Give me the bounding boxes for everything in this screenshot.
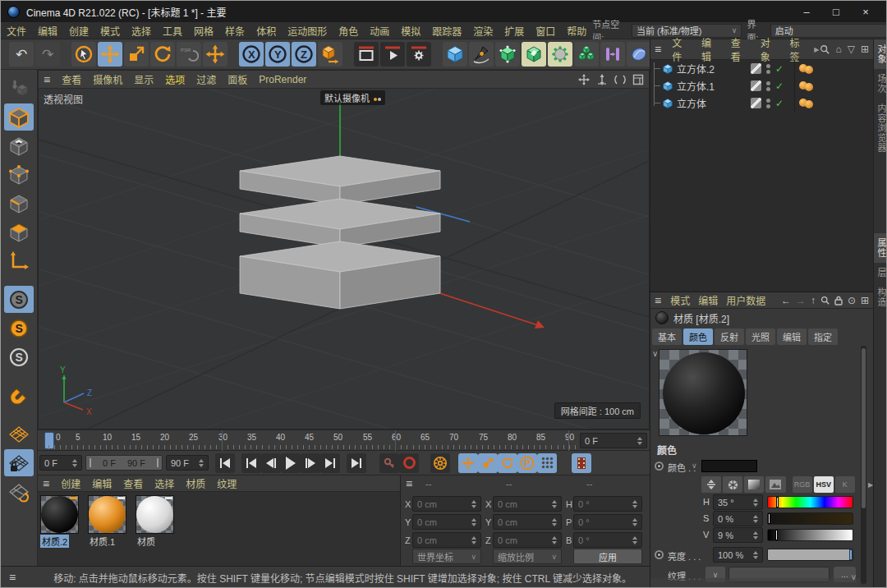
material-item[interactable]: 材质.1 xyxy=(88,495,129,548)
object-menu-item[interactable]: 文件 xyxy=(667,35,696,63)
scrollbar-thumb[interactable] xyxy=(862,348,866,508)
scale-x-field[interactable]: 0 cm xyxy=(493,496,562,512)
field-button[interactable] xyxy=(600,42,625,67)
cube-object-top[interactable] xyxy=(240,156,440,204)
scale-mode-dropdown[interactable]: 缩放比例 ∨ xyxy=(493,549,562,564)
object-name[interactable]: 立方体.2 xyxy=(677,62,715,76)
apply-button[interactable]: 应用 xyxy=(573,549,642,564)
keyframe-selection-button[interactable] xyxy=(430,453,450,473)
menu-item[interactable]: 选择 xyxy=(126,24,157,38)
viewport[interactable]: ≡ 查看 摄像机 显示 选项 过滤 面板 ProRender xyxy=(38,70,650,430)
material-thumbnail[interactable] xyxy=(88,495,126,534)
position-x-field[interactable]: 0 cm xyxy=(412,496,481,512)
record-rotation-toggle[interactable] xyxy=(498,453,517,473)
attribute-menu-item[interactable]: 模式 xyxy=(666,293,694,307)
object-row[interactable]: 立方体.2 ✓ xyxy=(650,60,873,77)
section-collapse-icon[interactable]: ∨ xyxy=(851,572,857,581)
add-panel-icon[interactable]: ⊞ xyxy=(861,295,869,306)
orbit-view-icon[interactable] xyxy=(614,74,626,85)
snap-2d-button[interactable]: S xyxy=(4,343,34,370)
record-parameter-toggle[interactable]: P xyxy=(517,453,537,473)
hue-slider[interactable] xyxy=(767,496,853,508)
spinner-arrows[interactable] xyxy=(195,459,204,467)
bend-deformer-button[interactable] xyxy=(627,42,651,67)
filter-icon[interactable]: ▽ xyxy=(848,44,855,55)
free-move-button[interactable] xyxy=(203,42,227,67)
timeline-ruler[interactable]: 0 5 10 15 20 25 30 35 40 45 50 55 60 65 … xyxy=(38,430,650,451)
volume-builder-button[interactable] xyxy=(548,42,572,67)
object-menu-item[interactable]: 标签 xyxy=(784,35,813,63)
tab-color[interactable]: 颜色 xyxy=(683,328,713,345)
chevron-down-icon[interactable]: ∨ xyxy=(692,462,697,470)
rotation-b-field[interactable]: 0 ° xyxy=(573,532,642,548)
material-name[interactable]: 材质 xyxy=(136,535,157,548)
viewport-menu-item[interactable]: 选项 xyxy=(160,72,190,86)
next-frame-button[interactable] xyxy=(301,453,320,473)
live-selection-button[interactable] xyxy=(71,42,96,67)
camera-badge[interactable]: 默认摄像机 xyxy=(320,90,385,105)
menu-item[interactable]: 文件 xyxy=(1,24,32,38)
tab-editor[interactable]: 编辑 xyxy=(777,328,807,345)
goto-start-button[interactable] xyxy=(215,453,235,473)
material-thumbnail[interactable] xyxy=(136,495,174,534)
edit-toggle-icon[interactable] xyxy=(751,63,761,74)
menu-item[interactable]: 帮助 xyxy=(561,24,592,38)
play-button[interactable] xyxy=(281,453,301,473)
hamburger-icon[interactable]: ≡ xyxy=(406,477,412,490)
lock-workplane-button[interactable] xyxy=(4,449,34,476)
saturation-slider[interactable] xyxy=(767,512,853,525)
menu-item[interactable]: 运动图形 xyxy=(282,24,333,38)
edit-toggle-icon[interactable] xyxy=(751,98,761,108)
enable-snap-button[interactable]: S xyxy=(4,286,34,313)
menu-item[interactable]: 跟踪器 xyxy=(426,24,467,38)
slider-handle[interactable] xyxy=(768,513,770,524)
value-slider[interactable] xyxy=(767,529,853,541)
menu-item[interactable]: 创建 xyxy=(63,24,94,38)
visibility-dots-icon[interactable] xyxy=(766,81,770,91)
visibility-dots-icon[interactable] xyxy=(766,99,770,108)
menu-item[interactable]: 角色 xyxy=(333,24,364,38)
object-menu-item[interactable]: 编辑 xyxy=(696,35,725,63)
parent-icon[interactable]: ↑ xyxy=(811,295,816,306)
mograph-cloner-button[interactable] xyxy=(574,42,599,67)
material-name[interactable]: 材质.1 xyxy=(88,535,117,548)
render-view-button[interactable] xyxy=(354,42,379,67)
frame-spinner[interactable]: 0 F xyxy=(39,455,82,471)
rotation-h-field[interactable]: 0 ° xyxy=(573,496,642,512)
pan-view-icon[interactable] xyxy=(578,74,590,85)
visibility-dots-icon[interactable] xyxy=(766,64,770,74)
cube-object-bottom[interactable] xyxy=(240,241,440,309)
quantize-button[interactable] xyxy=(4,382,34,409)
render-to-picture-viewer-button[interactable] xyxy=(380,42,405,67)
material-tag-icon[interactable] xyxy=(799,80,817,92)
hamburger-icon[interactable]: ≡ xyxy=(9,571,16,584)
menu-item[interactable]: 工具 xyxy=(157,24,188,38)
home-icon[interactable]: ⌂ xyxy=(835,44,841,55)
focus-icon[interactable]: ⊙ xyxy=(848,295,856,306)
snap-3d-button[interactable]: S xyxy=(4,315,34,342)
material-menu-item[interactable]: 选择 xyxy=(149,476,179,490)
tab-reflectance[interactable]: 反射 xyxy=(715,328,744,345)
material-thumbnail[interactable] xyxy=(40,495,79,534)
edit-render-settings-button[interactable] xyxy=(407,42,431,67)
add-panel-icon[interactable]: ⊞ xyxy=(861,44,869,55)
maximize-view-icon[interactable] xyxy=(632,74,644,85)
value-spinner[interactable]: 9 % xyxy=(713,527,763,543)
texture-mode-button[interactable] xyxy=(4,132,34,159)
axis-mode-button[interactable] xyxy=(4,247,34,274)
history-forward-icon[interactable]: → xyxy=(796,295,806,306)
menu-item[interactable]: 动画 xyxy=(364,24,395,38)
slider-handle[interactable] xyxy=(849,549,853,560)
preview-range-slider[interactable]: 0 F 90 F xyxy=(85,455,163,471)
position-y-field[interactable]: 0 cm xyxy=(412,514,481,530)
viewport-menu-item[interactable]: ProRender xyxy=(254,74,311,85)
spline-pen-button[interactable] xyxy=(469,42,494,67)
slider-handle[interactable] xyxy=(776,497,779,508)
menu-overflow-icon[interactable]: ▶ xyxy=(814,46,819,53)
record-keyframe-button[interactable] xyxy=(379,453,399,473)
menu-item[interactable]: 体积 xyxy=(250,24,282,38)
undo-button[interactable]: ↶ xyxy=(9,42,34,67)
object-name[interactable]: 立方体.1 xyxy=(677,79,715,93)
material-menu-item[interactable]: 查看 xyxy=(118,476,148,490)
material-menu-item[interactable]: 材质 xyxy=(181,476,210,490)
